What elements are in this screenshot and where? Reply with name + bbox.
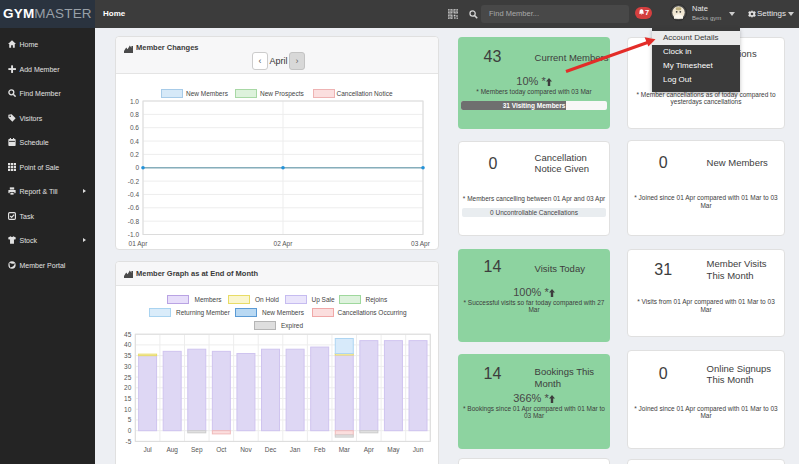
svg-text:10: 10 [124,406,132,413]
svg-text:Sep: Sep [191,446,203,454]
svg-text:Apr: Apr [364,446,375,454]
svg-text:0.6: 0.6 [130,124,139,131]
svg-text:Jan: Jan [290,446,301,453]
svg-text:01 Apr: 01 Apr [129,240,149,248]
svg-text:03 Apr: 03 Apr [411,240,431,248]
svg-text:Aug: Aug [166,446,178,454]
svg-text:0: 0 [135,164,139,171]
svg-text:0.4: 0.4 [130,138,139,145]
svg-text:Mar: Mar [339,446,351,453]
svg-text:Jun: Jun [413,446,424,453]
svg-text:-0.2: -0.2 [128,178,140,185]
svg-text:1.0: 1.0 [130,98,139,105]
svg-text:Dec: Dec [265,446,277,453]
svg-text:Feb: Feb [314,446,326,453]
svg-text:-1.0: -1.0 [128,231,140,238]
svg-text:0: 0 [128,427,132,434]
svg-text:35: 35 [124,352,132,359]
svg-text:45: 45 [124,331,132,338]
svg-text:Jul: Jul [143,446,152,453]
svg-text:20: 20 [124,384,132,391]
svg-text:0.2: 0.2 [130,151,139,158]
svg-text:02 Apr: 02 Apr [274,240,294,248]
svg-text:-5: -5 [126,438,132,445]
svg-text:May: May [387,446,400,454]
svg-text:-0.6: -0.6 [128,204,140,211]
svg-text:25: 25 [124,374,132,381]
svg-text:30: 30 [124,363,132,370]
svg-text:Nov: Nov [240,446,252,453]
svg-text:15: 15 [124,395,132,402]
svg-text:Oct: Oct [216,446,226,453]
svg-text:40: 40 [124,341,132,348]
svg-text:0.8: 0.8 [130,111,139,118]
svg-text:-0.4: -0.4 [128,191,140,198]
svg-text:-0.8: -0.8 [128,218,140,225]
svg-text:5: 5 [128,416,132,423]
